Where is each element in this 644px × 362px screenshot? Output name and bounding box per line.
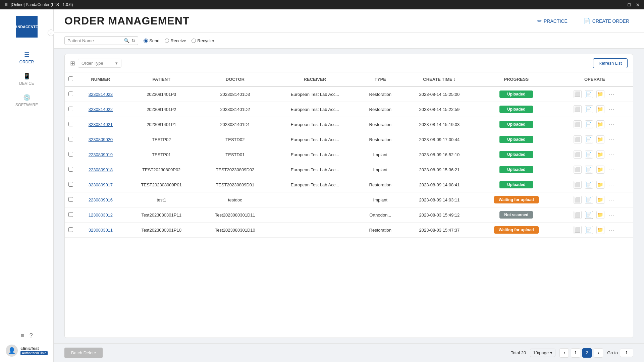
folder-icon-4[interactable]: 📁 <box>596 150 604 159</box>
order-number-link-3[interactable]: 3230809020 <box>89 137 113 142</box>
more-icon-4[interactable]: ··· <box>608 150 616 159</box>
row-checkbox-1[interactable] <box>68 107 73 111</box>
folder-icon-2[interactable]: 📁 <box>596 120 604 128</box>
search-input[interactable] <box>67 38 124 43</box>
row-checkbox-cell-8[interactable] <box>65 207 77 223</box>
radio-send-input[interactable] <box>144 39 148 43</box>
row-number-2[interactable]: 3230814021 <box>77 117 124 132</box>
order-number-link-4[interactable]: 2230809019 <box>89 152 113 157</box>
doc-icon-0[interactable]: 📄 <box>585 90 593 98</box>
doc-icon-4[interactable]: 📄 <box>585 150 593 159</box>
folder-icon-8[interactable]: 📁 <box>596 211 604 219</box>
per-page-select[interactable]: 10/page ▾ <box>530 349 555 357</box>
doc-icon-9[interactable]: 📄 <box>585 226 593 234</box>
minimize-btn[interactable]: ─ <box>619 2 623 7</box>
folder-icon-5[interactable]: 📁 <box>596 166 604 174</box>
scan-icon-8[interactable]: ⬜ <box>574 211 582 219</box>
radio-receive[interactable]: Receive <box>165 38 186 43</box>
row-checkbox-cell-6[interactable] <box>65 177 77 192</box>
select-all-checkbox[interactable] <box>68 76 73 81</box>
row-checkbox-2[interactable] <box>68 122 73 126</box>
row-checkbox-3[interactable] <box>68 137 73 141</box>
grid-view-icon[interactable]: ⊞ <box>70 60 75 67</box>
practice-button[interactable]: ✏ PRACTICE <box>533 16 572 26</box>
more-icon-6[interactable]: ··· <box>608 181 616 189</box>
radio-recycler-input[interactable] <box>192 39 196 43</box>
close-btn[interactable]: ✕ <box>636 2 640 7</box>
row-checkbox-cell-5[interactable] <box>65 162 77 177</box>
sidebar-item-software[interactable]: 💿 SOFTWARE <box>0 90 53 111</box>
radio-recycler[interactable]: Recycler <box>192 38 214 43</box>
create-order-button[interactable]: 📄 CREATE ORDER <box>580 16 633 26</box>
more-icon-2[interactable]: ··· <box>608 120 616 128</box>
row-number-1[interactable]: 3230814022 <box>77 102 124 117</box>
scan-icon-1[interactable]: ⬜ <box>574 105 582 113</box>
page-1-btn[interactable]: 1 <box>571 348 580 358</box>
more-icon-5[interactable]: ··· <box>608 166 616 174</box>
row-checkbox-0[interactable] <box>68 92 73 96</box>
search-icon[interactable]: 🔍 <box>124 38 129 43</box>
row-number-0[interactable]: 3230814023 <box>77 86 124 102</box>
folder-icon-3[interactable]: 📁 <box>596 135 604 143</box>
folder-icon-0[interactable]: 📁 <box>596 90 604 98</box>
row-checkbox-cell-4[interactable] <box>65 147 77 162</box>
more-icon-7[interactable]: ··· <box>608 196 616 204</box>
doc-icon-7[interactable]: 📄 <box>585 196 593 204</box>
folder-icon-7[interactable]: 📁 <box>596 196 604 204</box>
row-checkbox-9[interactable] <box>68 227 73 232</box>
scan-icon-9[interactable]: ⬜ <box>574 226 582 234</box>
goto-input[interactable] <box>620 349 633 357</box>
folder-icon-9[interactable]: 📁 <box>596 226 604 234</box>
row-checkbox-cell-3[interactable] <box>65 132 77 147</box>
row-checkbox-5[interactable] <box>68 167 73 172</box>
order-number-link-5[interactable]: 2230809018 <box>89 167 113 172</box>
header-checkbox-cell[interactable] <box>65 72 77 86</box>
radio-send[interactable]: Send <box>144 38 159 43</box>
order-number-link-2[interactable]: 3230814021 <box>89 122 113 127</box>
row-checkbox-cell-0[interactable] <box>65 86 77 102</box>
scan-icon-4[interactable]: ⬜ <box>574 150 582 159</box>
row-number-5[interactable]: 2230809018 <box>77 162 124 177</box>
row-number-8[interactable]: 1230803012 <box>77 207 124 223</box>
row-checkbox-6[interactable] <box>68 182 73 187</box>
row-checkbox-cell-7[interactable] <box>65 192 77 207</box>
order-type-select[interactable]: Order Type ▾ <box>78 59 121 68</box>
sidebar-item-order[interactable]: ☰ ORDER <box>0 47 53 68</box>
sidebar-bottom-icons[interactable]: ≡ ? <box>20 332 33 339</box>
more-icon-3[interactable]: ··· <box>608 135 616 143</box>
scan-icon-5[interactable]: ⬜ <box>574 166 582 174</box>
prev-page-btn[interactable]: ‹ <box>559 348 569 358</box>
next-page-btn[interactable]: › <box>594 348 603 358</box>
row-checkbox-cell-1[interactable] <box>65 102 77 117</box>
folder-icon-6[interactable]: 📁 <box>596 181 604 189</box>
row-checkbox-cell-2[interactable] <box>65 117 77 132</box>
more-icon-1[interactable]: ··· <box>608 105 616 113</box>
order-number-link-1[interactable]: 3230814022 <box>89 107 113 112</box>
doc-icon-6[interactable]: 📄 <box>585 181 593 189</box>
refresh-search-icon[interactable]: ↻ <box>131 38 136 43</box>
row-checkbox-4[interactable] <box>68 152 73 157</box>
more-icon-9[interactable]: ··· <box>608 226 616 234</box>
batch-delete-button[interactable]: Batch Delete <box>64 348 103 358</box>
page-2-btn[interactable]: 2 <box>582 348 592 358</box>
maximize-btn[interactable]: □ <box>628 2 631 7</box>
scan-icon-2[interactable]: ⬜ <box>574 120 582 128</box>
row-checkbox-7[interactable] <box>68 197 73 202</box>
more-icon-0[interactable]: ··· <box>608 90 616 98</box>
row-number-9[interactable]: 3230803011 <box>77 223 124 238</box>
scan-icon-0[interactable]: ⬜ <box>574 90 582 98</box>
sidebar-item-device[interactable]: 📱 DEVICE <box>0 68 53 90</box>
doc-icon-2[interactable]: 📄 <box>585 120 593 128</box>
row-checkbox-cell-9[interactable] <box>65 223 77 238</box>
title-bar-controls[interactable]: ─ □ ✕ <box>619 2 640 7</box>
more-icon-8[interactable]: ··· <box>608 211 616 219</box>
doc-icon-5[interactable]: 📄 <box>585 166 593 174</box>
scan-icon-7[interactable]: ⬜ <box>574 196 582 204</box>
row-number-3[interactable]: 3230809020 <box>77 132 124 147</box>
order-number-link-8[interactable]: 1230803012 <box>89 213 113 218</box>
refresh-list-button[interactable]: Refresh List <box>593 58 628 68</box>
order-number-link-9[interactable]: 3230803011 <box>89 228 113 233</box>
folder-icon-1[interactable]: 📁 <box>596 105 604 113</box>
sidebar-collapse-btn[interactable]: ‹ <box>48 29 54 36</box>
doc-icon-8[interactable]: 📄 <box>585 211 593 219</box>
